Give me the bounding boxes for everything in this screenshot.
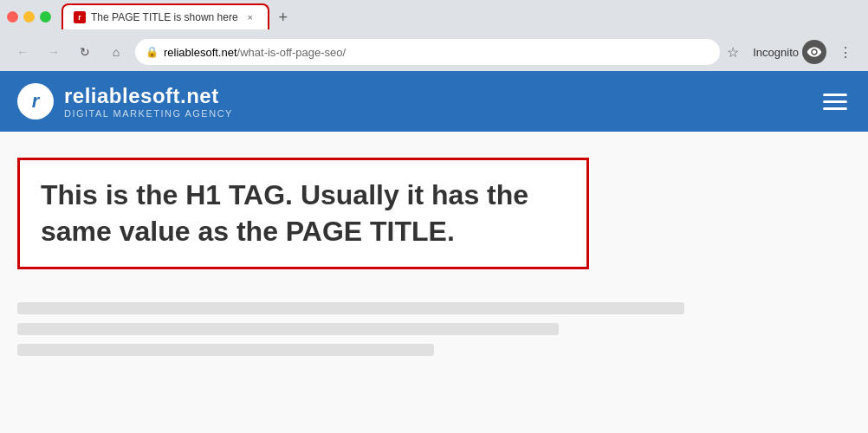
- main-content: This is the H1 TAG. Usually it has the s…: [0, 132, 868, 433]
- tab-title: The PAGE TITLE is shown here: [91, 11, 238, 23]
- lock-icon: 🔒: [146, 46, 159, 58]
- tab-close-button[interactable]: ×: [243, 10, 257, 24]
- site-logo-area: r reliablesoft.net DIGITAL MARKETING AGE…: [17, 83, 233, 120]
- close-button[interactable]: [7, 11, 18, 23]
- incognito-label: Incognito: [753, 46, 799, 59]
- tab-favicon-letter: r: [78, 13, 81, 22]
- content-placeholder-2: [17, 323, 559, 335]
- traffic-lights: [7, 11, 51, 23]
- back-button[interactable]: ←: [10, 40, 35, 64]
- address-input[interactable]: 🔒 reliablesoft.net/what-is-off-page-seo/: [135, 39, 720, 65]
- bookmark-button[interactable]: ☆: [727, 44, 739, 61]
- address-path: /what-is-off-page-seo/: [237, 46, 347, 59]
- site-logo-icon: r: [17, 83, 54, 120]
- reload-button[interactable]: ↻: [73, 40, 97, 64]
- content-lines: [17, 302, 851, 356]
- tab-favicon: r: [74, 11, 86, 23]
- new-tab-button[interactable]: +: [271, 5, 295, 29]
- maximize-button[interactable]: [40, 11, 51, 23]
- minimize-button[interactable]: [23, 11, 35, 23]
- address-bar: ← → ↻ ⌂ 🔒 reliablesoft.net/what-is-off-p…: [0, 33, 868, 71]
- browser-menu-button[interactable]: ⋮: [833, 40, 858, 64]
- address-text: reliablesoft.net/what-is-off-page-seo/: [164, 46, 346, 59]
- content-placeholder-1: [17, 302, 684, 314]
- site-logo-letter: r: [32, 90, 40, 113]
- site-tagline: DIGITAL MARKETING AGENCY: [64, 108, 233, 119]
- hamburger-line-1: [823, 94, 847, 96]
- forward-button[interactable]: →: [42, 40, 66, 64]
- incognito-icon: [802, 40, 826, 64]
- site-name: reliablesoft.net: [64, 84, 233, 108]
- browser-frame: r The PAGE TITLE is shown here × + ← → ↻…: [0, 0, 868, 433]
- hamburger-line-2: [823, 100, 847, 103]
- tabs-area: r The PAGE TITLE is shown here × +: [62, 3, 861, 29]
- h1-tag-box: This is the H1 TAG. Usually it has the s…: [17, 158, 589, 269]
- page-content: r reliablesoft.net DIGITAL MARKETING AGE…: [0, 71, 868, 433]
- content-placeholder-3: [17, 344, 434, 356]
- incognito-area: Incognito: [753, 40, 826, 64]
- site-name-area: reliablesoft.net DIGITAL MARKETING AGENC…: [64, 84, 233, 119]
- home-button[interactable]: ⌂: [104, 40, 128, 64]
- hamburger-line-3: [823, 107, 847, 110]
- title-bar: r The PAGE TITLE is shown here × +: [0, 0, 868, 33]
- h1-heading: This is the H1 TAG. Usually it has the s…: [41, 178, 566, 249]
- address-domain: reliablesoft.net: [164, 46, 237, 59]
- site-header: r reliablesoft.net DIGITAL MARKETING AGE…: [0, 71, 868, 132]
- hamburger-menu[interactable]: [819, 90, 851, 113]
- incognito-svg: [806, 44, 822, 60]
- active-tab[interactable]: r The PAGE TITLE is shown here ×: [62, 3, 269, 29]
